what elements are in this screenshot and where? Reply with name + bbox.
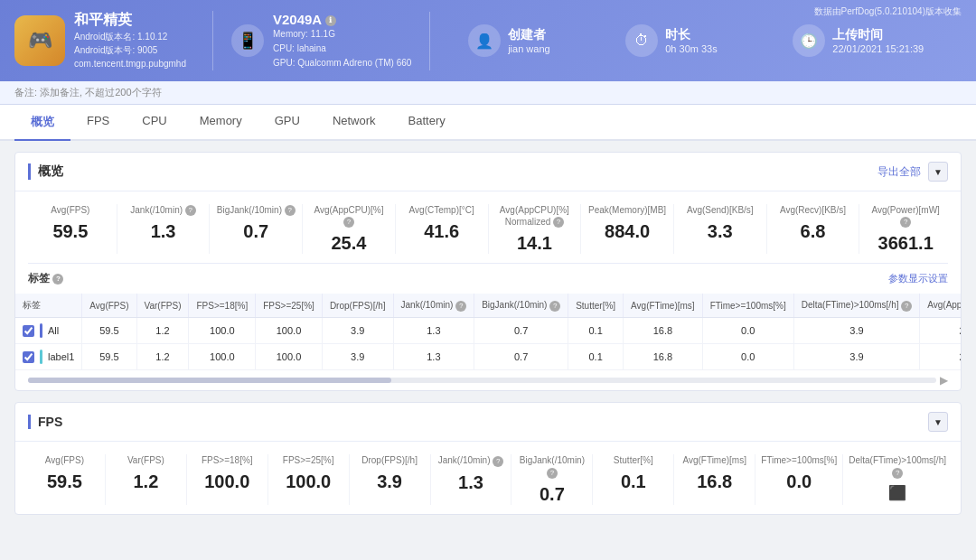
stat-memory-label: Peak(Memory)[MB]: [587, 204, 668, 216]
fps-bigjank-info-icon[interactable]: ?: [547, 468, 558, 479]
device-memory: Memory: 11.1G: [273, 27, 411, 42]
fps-stat-stutter: Stutter[%] 0.1: [593, 454, 674, 504]
power-info-icon[interactable]: ?: [900, 217, 911, 228]
device-details: V2049A ℹ Memory: 11.1G CPU: lahaina GPU:…: [273, 12, 411, 70]
fps-25-value: 100.0: [274, 471, 343, 492]
row-all-stutter: 0.1: [568, 318, 624, 344]
param-settings-link[interactable]: 参数显示设置: [888, 272, 948, 285]
tab-cpu[interactable]: CPU: [126, 105, 183, 141]
fps-collapse-button[interactable]: ▼: [928, 412, 948, 432]
stat-jank: Jank(/10min) ? 1.3: [117, 204, 211, 254]
stat-recv: Avg(Recv)[KB/s] 6.8: [767, 204, 860, 254]
row-label1-bigjank: 0.7: [474, 344, 568, 370]
fps-section: FPS ▼ Avg(FPS) 59.5 Var(FPS) 1.2 FPS>=18…: [14, 402, 962, 514]
fps-bigjank-label: BigJank(/10min) ?: [517, 454, 587, 478]
fps-stutter-label: Stutter[%]: [598, 454, 668, 466]
fps-title: FPS: [28, 415, 62, 429]
stat-power-value: 3661.1: [865, 233, 946, 254]
fps-18-value: 100.0: [192, 471, 262, 492]
main-content: 概览 导出全部 ▼ Avg(FPS) 59.5 Jank(/10min) ? 1…: [0, 141, 976, 537]
row-all-color-bar: [40, 323, 42, 338]
tags-table: 标签 Avg(FPS) Var(FPS) FPS>=18[%] FPS>=25[…: [15, 294, 961, 370]
col-bigjank: BigJank(/10min) ?: [474, 294, 568, 318]
col-ftime: Avg(FTime)[ms]: [624, 294, 703, 318]
tags-table-container[interactable]: 标签 Avg(FPS) Var(FPS) FPS>=18[%] FPS>=25[…: [15, 294, 961, 370]
export-button[interactable]: 导出全部: [877, 164, 921, 180]
tab-battery[interactable]: Battery: [392, 105, 462, 141]
stat-jank-label: Jank(/10min) ?: [123, 204, 204, 216]
stat-send-label: Avg(Send)[KB/s]: [680, 204, 761, 216]
table-scroll-indicator: ▶: [15, 370, 961, 390]
row-all-avg-fps: 59.5: [82, 318, 136, 344]
duration-value: 0h 30m 33s: [665, 43, 717, 54]
stat-memory: Peak(Memory)[MB] 884.0: [581, 204, 674, 254]
overview-title: 概览: [28, 163, 63, 180]
tags-info-icon[interactable]: ?: [52, 274, 63, 285]
jank-info-icon[interactable]: ?: [185, 205, 196, 216]
row-label1-ftime100: 0.0: [702, 344, 793, 370]
row-label1-label: label1: [15, 344, 82, 370]
row-all-label: All: [15, 318, 82, 344]
tab-memory[interactable]: Memory: [183, 105, 258, 141]
fps-avg-value: 59.5: [30, 471, 99, 492]
fps-drop-value: 3.9: [355, 471, 425, 492]
stat-appcpu-norm: Avg(AppCPU)[%] Normalized ? 14.1: [489, 204, 582, 254]
row-all-drop: 3.9: [322, 318, 393, 344]
scroll-right-arrow[interactable]: ▶: [940, 374, 948, 387]
col-fps18: FPS>=18[%]: [189, 294, 256, 318]
appcpu-info-icon[interactable]: ?: [343, 217, 354, 228]
stat-power: Avg(Power)[mW] ? 3661.1: [859, 204, 952, 254]
creator-info: 创建者 jian wang: [508, 27, 549, 54]
fps-var-value: 1.2: [111, 471, 181, 492]
stat-appcpu-norm-value: 14.1: [494, 233, 576, 254]
stat-ctemp-label: Avg(CTemp)[°C]: [401, 204, 483, 216]
stat-memory-value: 884.0: [587, 221, 668, 242]
fps-drop-label: Drop(FPS)[/h]: [355, 454, 425, 466]
tags-section-header: 标签 ? 参数显示设置: [15, 264, 961, 294]
fps-25-label: FPS>=25[%]: [274, 454, 343, 466]
table-jank-info[interactable]: ?: [455, 301, 466, 312]
fps-jank-info-icon[interactable]: ?: [493, 456, 503, 467]
app-details: 和平精英 Android版本名: 1.10.12 Android版本号: 900…: [74, 11, 186, 70]
app-package: com.tencent.tmgp.pubgmhd: [74, 57, 186, 70]
fps-jank-value: 1.3: [436, 472, 506, 493]
fps-section-header: FPS ▼: [15, 403, 961, 442]
col-delta-ftime: Delta(FTime)>100ms[/h] ?: [793, 294, 920, 318]
perfdog-notice: 数据由PerfDog(5.0.210104)版本收集: [814, 5, 962, 18]
overview-stats-row: Avg(FPS) 59.5 Jank(/10min) ? 1.3 BigJank…: [15, 191, 961, 263]
row-label1-checkbox[interactable]: [23, 351, 34, 363]
device-info-section: 📱 V2049A ℹ Memory: 11.1G CPU: lahaina GP…: [213, 12, 430, 70]
appcpu-norm-info-icon[interactable]: ?: [553, 217, 564, 228]
tab-gpu[interactable]: GPU: [258, 105, 316, 141]
tab-fps[interactable]: FPS: [70, 105, 126, 141]
col-label: 标签: [15, 294, 82, 318]
session-meta: 👤 创建者 jian wang ⏱ 时长 0h 30m 33s 🕒 上传时间 2…: [430, 24, 962, 57]
row-all-checkbox[interactable]: [23, 325, 34, 337]
fps-stat-var: Var(FPS) 1.2: [106, 454, 187, 504]
table-bigjank-info[interactable]: ?: [549, 301, 560, 312]
device-gpu: GPU: Qualcomm Adreno (TM) 660: [273, 56, 411, 70]
tab-overview[interactable]: 概览: [14, 105, 70, 141]
scroll-track[interactable]: [28, 378, 936, 383]
device-cpu: CPU: lahaina: [273, 42, 411, 56]
stat-recv-label: Avg(Recv)[KB/s]: [773, 204, 854, 216]
row-label1-fps25: 100.0: [256, 344, 323, 370]
creator-label: 创建者: [508, 27, 549, 43]
fps-delta-info-icon[interactable]: ?: [892, 468, 903, 479]
row-all-var-fps: 1.2: [136, 318, 189, 344]
fps-delta-label: Delta(FTime)>100ms[/h] ?: [849, 454, 946, 478]
row-label1-appcpu: 25.4: [920, 344, 961, 370]
stat-avg-fps-label: Avg(FPS): [30, 204, 111, 216]
scroll-thumb: [28, 378, 391, 383]
stat-send: Avg(Send)[KB/s] 3.3: [674, 204, 767, 254]
device-info-icon[interactable]: ℹ: [325, 15, 336, 26]
upload-time-item: 🕒 上传时间 22/01/2021 15:21:39: [793, 24, 924, 57]
duration-info: 时长 0h 30m 33s: [665, 27, 717, 54]
overview-collapse-button[interactable]: ▼: [928, 162, 948, 182]
row-all-fps25: 100.0: [256, 318, 323, 344]
bigjank-info-icon[interactable]: ?: [285, 205, 296, 216]
tab-network[interactable]: Network: [316, 105, 392, 141]
stat-power-label: Avg(Power)[mW] ?: [865, 204, 946, 228]
table-delta-info[interactable]: ?: [901, 301, 912, 312]
overview-section: 概览 导出全部 ▼ Avg(FPS) 59.5 Jank(/10min) ? 1…: [14, 152, 962, 391]
